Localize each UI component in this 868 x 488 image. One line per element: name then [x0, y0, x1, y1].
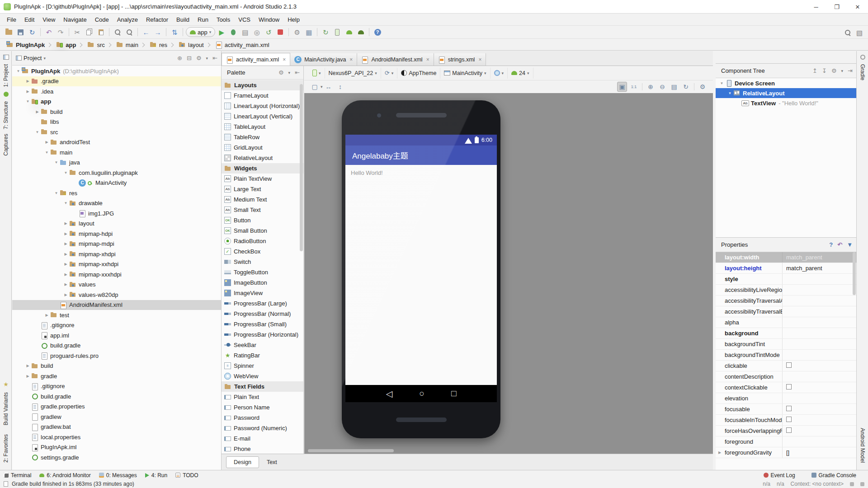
tree-item-mipmap-xhdpi[interactable]: ▶mipmap-xhdpi	[12, 249, 221, 259]
designer-settings-button[interactable]: ⚙	[698, 82, 708, 92]
tree-item-gradlew[interactable]: gradlew	[12, 412, 221, 422]
palette-item-password-numeric[interactable]: Password (Numeric)	[222, 423, 303, 433]
palette-item-linearlayout-horizontal[interactable]: LinearLayout (Horizontal)	[222, 101, 303, 111]
palette-item-progressbar-normal[interactable]: ProgressBar (Normal)	[222, 309, 303, 319]
property-contentdescription[interactable]: contentDescription	[716, 371, 856, 382]
zoom-actual-button[interactable]: 1:1	[629, 82, 639, 92]
palette-scrollbar[interactable]	[300, 84, 303, 251]
menu-build[interactable]: Build	[172, 15, 193, 24]
menu-refactor[interactable]: Refactor	[142, 15, 172, 24]
menu-navigate[interactable]: Navigate	[59, 15, 90, 24]
tree-item-mainactivity[interactable]: MainActivity	[12, 178, 221, 188]
tree-arrow-icon[interactable]: ▼	[24, 99, 31, 103]
fit-width-button[interactable]: ↔	[324, 82, 334, 92]
tree-item-pluginapk[interactable]: ▼PlugInApk(D:\github\PlugInApk)	[12, 66, 221, 76]
toolbar-forward-button[interactable]: →	[152, 27, 163, 38]
palette-item-button[interactable]: OKButton	[222, 215, 303, 225]
toolbar-redo-button[interactable]: ↷	[55, 27, 66, 38]
toolbar-help-button[interactable]	[372, 27, 383, 38]
toolbar-run-coverage-button[interactable]: ▤	[240, 27, 250, 38]
collapse-all-button[interactable]: ↧	[822, 68, 827, 74]
tool-window-0-messages[interactable]: 0: Messages	[99, 472, 137, 479]
toolbar-attach-debugger-button[interactable]: ◎	[251, 27, 262, 38]
toolbar-hide-tool-windows-button[interactable]: ▧	[854, 27, 865, 38]
tree-arrow-icon[interactable]: ▶	[62, 242, 69, 246]
project-panel-settings-button[interactable]: ⚙	[196, 55, 202, 61]
tool-window-6-android-monitor[interactable]: 6: Android Monitor	[39, 472, 90, 479]
palette-item-radiobutton[interactable]: RadioButton	[222, 236, 303, 246]
palette-item-progressbar-large[interactable]: ProgressBar (Large)	[222, 298, 303, 309]
fit-height-button[interactable]: ↕	[335, 82, 345, 92]
breadcrumb-layout[interactable]: layout	[177, 41, 206, 48]
tree-item-gitignore[interactable]: .gitignore	[12, 320, 221, 331]
tree-item-mipmap-hdpi[interactable]: ▶mipmap-hdpi	[12, 229, 221, 239]
tree-arrow-icon[interactable]: ▶	[43, 313, 50, 317]
tree-item-gitignore[interactable]: .gitignore	[12, 381, 221, 392]
preview-doc-button[interactable]: ▤	[669, 82, 679, 92]
tree-item-settings-gradle[interactable]: settings.gradle	[12, 452, 221, 463]
toolbar-replace-button[interactable]	[124, 27, 135, 38]
tree-item-app-iml[interactable]: app.iml	[12, 330, 221, 341]
zoom-in-button[interactable]: ⊕	[646, 82, 656, 92]
tree-item-gradle[interactable]: ▶gradle	[12, 371, 221, 381]
tree-arrow-icon[interactable]: ▶	[24, 374, 31, 378]
tab-strings-xml[interactable]: strings.xml×	[434, 53, 486, 66]
tab-activity-main-xml[interactable]: activity_main.xml×	[222, 53, 290, 66]
property-checkbox[interactable]	[786, 417, 792, 422]
menu-help[interactable]: Help	[283, 15, 304, 24]
menu-tools[interactable]: Tools	[212, 15, 234, 24]
menu-analyze[interactable]: Analyze	[113, 15, 142, 24]
tree-item-values-w820dp[interactable]: ▶values-w820dp	[12, 290, 221, 300]
tree-item-mipmap-xxhdpi[interactable]: ▶mipmap-xxhdpi	[12, 259, 221, 270]
design-canvas[interactable]: 6:00 Angelababy主题 Hello World! ◁○□	[304, 93, 713, 454]
palette-item-tablelayout[interactable]: TableLayout	[222, 122, 303, 132]
palette-item-e-mail[interactable]: E-mail	[222, 433, 303, 444]
toolbar-reformat-code-button[interactable]: ⇅	[169, 27, 180, 38]
tree-item-local-properties[interactable]: local.properties	[12, 432, 221, 442]
menu-window[interactable]: Window	[255, 15, 283, 24]
project-collapse-all-button[interactable]: ⊟	[187, 55, 192, 61]
tree-arrow-icon[interactable]: ▶	[62, 232, 69, 236]
tree-item-java[interactable]: ▼java	[12, 158, 221, 168]
tree-item-build-gradle[interactable]: build.gradle	[12, 391, 221, 402]
property-layout-height[interactable]: layout:heightmatch_parent	[716, 263, 856, 274]
tool-window-4-run[interactable]: 4: Run	[145, 472, 167, 479]
property-focusableintouchmode[interactable]: focusableInTouchMode	[716, 415, 856, 426]
ct-settings-button[interactable]: ⚙	[831, 68, 837, 74]
palette-item-switch[interactable]: Switch	[222, 257, 303, 267]
property-backgroundtintmode[interactable]: backgroundTintMode	[716, 350, 856, 361]
palette-item-password[interactable]: Password	[222, 413, 303, 423]
stripe-button-2-favorites[interactable]: 2: Favorites	[3, 434, 9, 463]
tree-item-main[interactable]: ▼main	[12, 147, 221, 158]
tree-item-src[interactable]: ▼src	[12, 127, 221, 137]
toolbar-sync-files-button[interactable]: ↻	[27, 27, 38, 38]
property-checkbox[interactable]	[786, 362, 792, 368]
menu-view[interactable]: View	[38, 15, 59, 24]
back-icon[interactable]: ◁	[386, 389, 393, 399]
tab-androidmanifest-xml[interactable]: AndroidManifest.xml×	[357, 53, 434, 66]
tree-item-build[interactable]: ▶build	[12, 361, 221, 371]
tree-item-libs[interactable]: libs	[12, 117, 221, 127]
property-accessibilitytraversalafter[interactable]: accessibilityTraversalAfter	[716, 296, 856, 306]
tab-close-icon[interactable]: ×	[349, 56, 353, 63]
toolbar-android-device-monitor-button[interactable]	[355, 27, 366, 38]
properties-help-button[interactable]: ?	[829, 242, 833, 248]
tree-arrow-icon[interactable]: ▼	[34, 130, 41, 134]
property-accessibilitytraversalbefore[interactable]: accessibilityTraversalBefore	[716, 306, 856, 317]
toolbar-avd-manager-button[interactable]	[332, 27, 343, 38]
zoom-fit-button[interactable]: ▣	[617, 82, 627, 92]
tree-item-build-gradle[interactable]: build.gradle	[12, 341, 221, 351]
tree-item-res[interactable]: ▼res	[12, 188, 221, 198]
toolbar-undo-button[interactable]: ↶	[43, 27, 54, 38]
tree-arrow-icon[interactable]: ▶	[24, 364, 31, 368]
memory-indicator-icon[interactable]	[860, 482, 864, 486]
tool-window-event-log[interactable]: Event Log	[764, 472, 795, 479]
property-background[interactable]: background	[716, 328, 856, 339]
property-backgroundtint[interactable]: backgroundTint	[716, 339, 856, 350]
tab-close-icon[interactable]: ×	[283, 56, 286, 63]
tree-arrow-icon[interactable]: ▶	[34, 110, 41, 114]
tool-window-terminal[interactable]: Terminal	[4, 472, 31, 479]
tree-item-gradlew-bat[interactable]: gradlew.bat	[12, 422, 221, 432]
toolbar-sdk-manager-button[interactable]	[344, 27, 354, 38]
tab-text[interactable]: Text	[259, 456, 285, 468]
